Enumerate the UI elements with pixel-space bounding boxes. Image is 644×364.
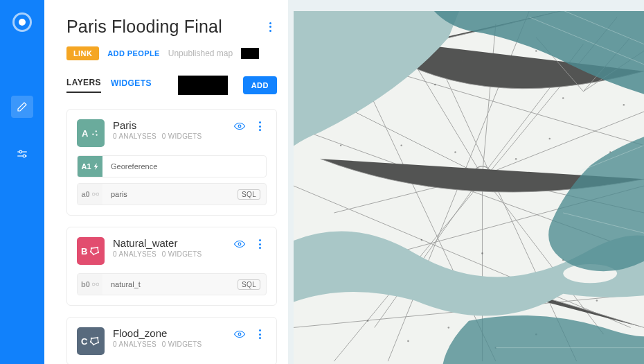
side-panel: Paris Flooding Final LINK ADD PEOPLE Unp… — [44, 0, 288, 364]
svg-rect-9 — [96, 193, 98, 195]
chip-label: A1 — [81, 162, 91, 171]
svg-point-5 — [96, 130, 97, 132]
map-title[interactable]: Paris Flooding Final — [66, 17, 222, 37]
svg-point-6 — [96, 134, 97, 135]
share-link-pill[interactable]: LINK — [66, 46, 99, 60]
svg-point-12 — [98, 252, 99, 253]
layer-widgets-count: 0 WIDGETS — [162, 250, 202, 258]
layer-badge: B — [77, 237, 105, 265]
source-chip: b0 — [78, 274, 102, 295]
layer-name: Natural_water — [113, 237, 233, 249]
svg-point-7 — [238, 125, 241, 128]
svg-point-51 — [454, 151, 456, 153]
svg-point-48 — [374, 171, 376, 173]
link-icon — [92, 281, 99, 287]
link-icon — [92, 191, 99, 197]
rail-settings-button[interactable] — [11, 143, 33, 165]
svg-point-11 — [97, 247, 98, 248]
svg-point-42 — [501, 77, 503, 79]
svg-point-40 — [434, 84, 436, 86]
layer-letter: B — [81, 246, 88, 257]
svg-rect-8 — [92, 193, 95, 195]
kebab-icon — [259, 329, 261, 339]
layer-visibility-toggle[interactable] — [233, 328, 246, 340]
bolt-icon — [93, 163, 99, 170]
svg-point-4 — [92, 134, 93, 135]
svg-point-15 — [238, 243, 241, 245]
layer-widgets-count: 0 WIDGETS — [162, 340, 202, 348]
svg-point-3 — [23, 155, 26, 157]
eye-icon — [233, 120, 246, 132]
svg-point-21 — [93, 344, 94, 345]
polygon-icon — [89, 336, 100, 347]
kebab-icon — [259, 121, 261, 131]
tab-layers[interactable]: LAYERS — [66, 78, 101, 93]
analysis-label: Georeference — [102, 162, 266, 171]
sql-badge[interactable]: SQL — [238, 189, 260, 200]
svg-point-20 — [98, 342, 99, 343]
layer-menu-button[interactable] — [253, 119, 267, 133]
svg-point-53 — [549, 138, 551, 140]
add-people-button[interactable]: ADD PEOPLE — [107, 49, 160, 58]
layer-analyses-count: 0 ANALYSES — [113, 250, 156, 258]
source-chip: a0 — [78, 184, 102, 205]
layer-menu-button[interactable] — [253, 327, 267, 341]
source-label: natural_t — [102, 280, 238, 288]
eye-icon — [233, 328, 246, 340]
analysis-row[interactable]: A1 Georeference — [77, 155, 267, 177]
svg-point-19 — [97, 337, 98, 338]
pencil-icon — [16, 101, 28, 113]
layer-visibility-toggle[interactable] — [233, 120, 246, 132]
source-row[interactable]: a0 paris SQL — [77, 183, 267, 205]
rail-edit-button[interactable] — [11, 96, 33, 118]
svg-point-10 — [91, 248, 92, 249]
svg-point-63 — [596, 300, 598, 302]
svg-point-47 — [340, 144, 342, 146]
layer-name: Paris — [113, 119, 233, 131]
redacted-block — [178, 76, 228, 95]
svg-point-46 — [623, 104, 625, 106]
eye-icon — [233, 238, 246, 250]
svg-point-1 — [19, 150, 22, 153]
sql-badge[interactable]: SQL — [238, 279, 260, 290]
svg-point-22 — [90, 341, 91, 343]
chip-label: a0 — [81, 190, 89, 198]
app-logo — [12, 12, 32, 32]
layer-badge: A — [77, 119, 105, 147]
layer-analyses-count: 0 ANALYSES — [113, 132, 156, 140]
polygon-icon — [89, 245, 100, 257]
title-menu-button[interactable] — [263, 20, 277, 34]
svg-point-44 — [562, 97, 564, 99]
layer-name: Flood_zone — [113, 327, 233, 339]
layer-visibility-toggle[interactable] — [233, 238, 246, 250]
svg-point-43 — [535, 50, 537, 52]
layer-card[interactable]: C Flood_zone 0 ANALYSES 0 WIDGETS — [66, 317, 277, 364]
analysis-chip: A1 — [78, 156, 102, 177]
svg-rect-17 — [96, 283, 99, 285]
layer-menu-button[interactable] — [253, 237, 267, 251]
svg-point-41 — [461, 60, 463, 62]
layer-card[interactable]: A Paris 0 ANALYSES 0 WIDGETS — [66, 109, 277, 216]
kebab-icon — [269, 22, 271, 32]
points-icon — [90, 128, 100, 138]
tab-widgets[interactable]: WIDGETS — [111, 78, 152, 92]
source-label: paris — [102, 190, 238, 198]
svg-point-50 — [427, 185, 429, 187]
layer-letter: A — [82, 128, 89, 139]
svg-point-54 — [575, 178, 578, 180]
redacted-block — [241, 48, 259, 59]
svg-point-58 — [421, 239, 423, 241]
layer-letter: C — [81, 336, 88, 347]
source-row[interactable]: b0 natural_t SQL — [77, 273, 267, 295]
kebab-icon — [259, 239, 261, 249]
add-layer-button[interactable]: ADD — [243, 76, 277, 94]
layer-widgets-count: 0 WIDGETS — [162, 132, 202, 140]
map-canvas — [294, 11, 644, 364]
publish-status: Unpublished map — [168, 49, 233, 58]
chip-label: b0 — [81, 280, 90, 288]
svg-point-67 — [448, 327, 450, 329]
map-viewport[interactable] — [288, 0, 644, 364]
svg-point-49 — [400, 144, 402, 146]
layer-card[interactable]: B Natural_water 0 ANALYSES 0 WIDGETS — [66, 227, 277, 306]
layer-analyses-count: 0 ANALYSES — [113, 340, 156, 348]
